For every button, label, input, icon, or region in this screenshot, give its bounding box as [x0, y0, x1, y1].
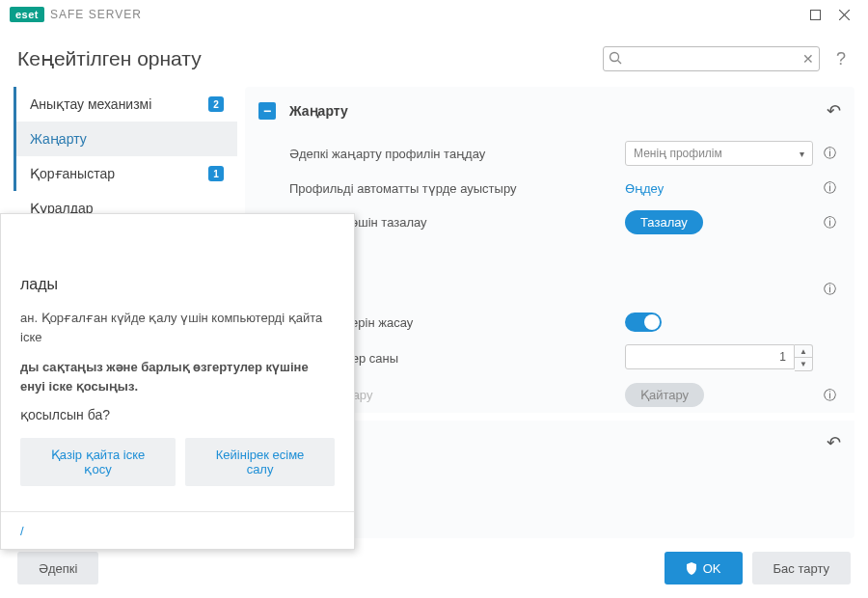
default-button[interactable]: Әдепкі: [17, 552, 98, 584]
svg-rect-0: [810, 10, 820, 19]
sidebar-badge: 2: [208, 96, 224, 112]
info-icon[interactable]: ⓘ: [818, 214, 841, 231]
setting-label: Профильді автоматты түрде ауыстыру: [289, 181, 625, 196]
sidebar-item-label: Жаңарту: [30, 131, 224, 147]
spinner-down-icon[interactable]: ▼: [795, 358, 812, 370]
sidebar-item-update[interactable]: Жаңарту: [14, 122, 237, 156]
snapshot-toggle[interactable]: [625, 313, 662, 332]
logo-badge: eset: [10, 7, 44, 22]
shield-icon: [686, 562, 697, 575]
section-title: Жаңарту: [289, 103, 348, 119]
select-value: Менің профилім: [634, 147, 722, 160]
search-clear-icon[interactable]: ✕: [802, 51, 814, 67]
maximize-icon: [810, 10, 821, 20]
spinner-up-icon[interactable]: ▲: [795, 345, 812, 358]
info-icon[interactable]: ⓘ: [818, 387, 841, 404]
sidebar-item-detection-engine[interactable]: Анықтау механизмі 2: [14, 87, 237, 122]
collapse-icon[interactable]: −: [258, 102, 276, 120]
remind-later-button[interactable]: Кейінірек есіме салу: [185, 438, 335, 486]
undo-icon[interactable]: ↶: [827, 432, 841, 453]
chevron-down-icon: ▾: [800, 149, 804, 159]
close-icon: [839, 10, 850, 20]
search-box[interactable]: ✕: [603, 46, 820, 71]
restart-now-button[interactable]: Қазір қайта іске қосу: [20, 438, 176, 486]
sidebar-badge: 1: [208, 166, 224, 181]
setting-row-profile-switch: Профильді автоматты түрде ауыстыру Өңдеу…: [245, 172, 854, 204]
edit-link[interactable]: Өңдеу: [625, 181, 664, 196]
window-maximize-button[interactable]: [800, 0, 829, 29]
dialog-body-2: ды сақтаңыз және барлық өзгертулер күшін…: [20, 360, 309, 394]
help-button[interactable]: ?: [831, 49, 851, 69]
svg-point-3: [610, 53, 619, 62]
logo-text: SAFE SERVER: [50, 8, 142, 21]
sidebar-item-protections[interactable]: Қорғаныстар 1: [14, 156, 237, 191]
window-close-button[interactable]: [829, 0, 858, 29]
dialog-title: лады: [20, 276, 335, 293]
page-title: Кеңейтілген орнату: [17, 47, 202, 70]
search-input[interactable]: [603, 46, 820, 71]
svg-line-4: [618, 61, 622, 65]
toggle-knob: [644, 314, 660, 330]
ok-button-label: OK: [703, 561, 721, 576]
clear-cache-button[interactable]: Тазалау: [625, 210, 703, 234]
profile-select[interactable]: Менің профилім ▾: [625, 141, 813, 166]
section-header: − Жаңарту ↶: [245, 87, 854, 135]
revert-button: Қайтару: [625, 383, 704, 407]
info-icon[interactable]: ⓘ: [818, 281, 841, 298]
spinner-input[interactable]: [625, 344, 795, 369]
undo-icon[interactable]: ↶: [827, 100, 841, 122]
cancel-button[interactable]: Бас тарту: [752, 552, 851, 584]
dialog-body-1: ан. Қорғалған күйде қалу үшін компьютерд…: [20, 309, 335, 346]
snapshot-count-spinner[interactable]: ▲ ▼: [625, 344, 813, 371]
setting-label: Әдепкі жаңарту профилін таңдау: [289, 147, 625, 161]
restart-prompt-dialog: лады ан. Қорғалған күйде қалу үшін компь…: [0, 213, 355, 550]
sidebar-item-label: Қорғаныстар: [30, 166, 203, 181]
setting-row-default-profile: Әдепкі жаңарту профилін таңдау Менің про…: [245, 135, 854, 172]
dialog-footer-link[interactable]: /: [1, 511, 354, 538]
sidebar-item-label: Анықтау механизмі: [30, 96, 203, 112]
ok-button[interactable]: OK: [665, 552, 743, 584]
info-icon[interactable]: ⓘ: [818, 145, 841, 162]
info-icon[interactable]: ⓘ: [818, 179, 841, 197]
app-logo: eset SAFE SERVER: [10, 7, 142, 22]
search-icon: [609, 51, 622, 68]
dialog-question: қосылсын ба?: [20, 407, 335, 422]
